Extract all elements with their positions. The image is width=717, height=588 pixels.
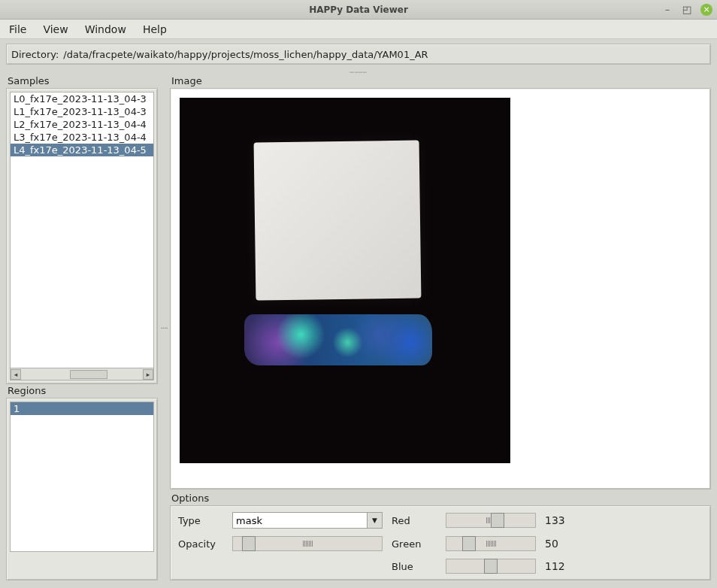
samples-list-item[interactable]: L1_fx17e_2023-11-13_04-3	[11, 105, 153, 118]
samples-hscrollbar[interactable]: ◂ ▸	[10, 368, 154, 380]
menu-file[interactable]: File	[6, 22, 29, 37]
blue-label: Blue	[392, 561, 437, 572]
green-label: Green	[392, 538, 437, 550]
options-label: Options	[171, 493, 711, 504]
scroll-left-icon[interactable]: ◂	[11, 369, 21, 380]
samples-label: Samples	[8, 75, 158, 86]
sample-specimen	[244, 314, 432, 365]
red-label: Red	[392, 515, 437, 526]
scroll-right-icon[interactable]: ▸	[143, 369, 153, 380]
samples-list-item[interactable]: L4_fx17e_2023-11-13_04-5	[11, 144, 153, 156]
red-value: 133	[545, 514, 575, 526]
opacity-slider[interactable]	[232, 536, 383, 551]
opacity-slider-thumb[interactable]	[242, 536, 256, 551]
maximize-button[interactable]: ◰	[681, 4, 693, 16]
minimize-button[interactable]: –	[661, 4, 673, 16]
menu-help[interactable]: Help	[140, 22, 170, 37]
type-label: Type	[178, 515, 223, 526]
directory-path: /data/fracpete/waikato/happy/projects/mo…	[63, 49, 428, 60]
horizontal-splitter[interactable]: ┉┉┉┉	[0, 69, 717, 75]
close-button[interactable]: ×	[700, 4, 712, 16]
titlebar: HAPPy Data Viewer – ◰ ×	[0, 0, 717, 20]
samples-list-item[interactable]: L2_fx17e_2023-11-13_04-4	[11, 118, 153, 131]
blue-slider[interactable]	[446, 559, 536, 574]
window-title: HAPPy Data Viewer	[0, 5, 717, 15]
blue-slider-thumb[interactable]	[484, 559, 498, 574]
image-viewer[interactable]	[170, 88, 711, 489]
green-value: 50	[545, 538, 575, 550]
red-slider[interactable]	[446, 513, 536, 528]
chevron-down-icon[interactable]: ▼	[367, 513, 382, 528]
directory-label: Directory:	[11, 49, 59, 60]
image-label: Image	[171, 75, 711, 86]
menu-window[interactable]: Window	[82, 22, 129, 37]
scroll-thumb[interactable]	[70, 370, 107, 379]
close-icon: ×	[703, 5, 709, 14]
regions-listbox[interactable]: 1	[10, 402, 154, 552]
green-slider[interactable]	[446, 536, 536, 551]
regions-label: Regions	[8, 385, 158, 396]
regions-list-item[interactable]: 1	[11, 402, 153, 415]
type-input[interactable]	[233, 513, 367, 528]
red-slider-thumb[interactable]	[491, 513, 504, 528]
type-combo[interactable]: ▼	[232, 512, 383, 529]
directory-bar: Directory: /data/fracpete/waikato/happy/…	[6, 44, 711, 65]
samples-list-item[interactable]: L3_fx17e_2023-11-13_04-4	[11, 131, 153, 144]
samples-listbox[interactable]: L0_fx17e_2023-11-13_04-3L1_fx17e_2023-11…	[10, 92, 154, 368]
vertical-splitter[interactable]: ┋	[161, 75, 167, 580]
blue-value: 112	[545, 560, 575, 572]
calibration-tile	[254, 140, 422, 300]
samples-list-item[interactable]: L0_fx17e_2023-11-13_04-3	[11, 92, 153, 105]
menu-view[interactable]: View	[40, 22, 71, 37]
image-canvas	[180, 98, 510, 463]
opacity-label: Opacity	[178, 538, 223, 550]
green-slider-thumb[interactable]	[462, 536, 476, 551]
menubar: File View Window Help	[0, 20, 717, 39]
